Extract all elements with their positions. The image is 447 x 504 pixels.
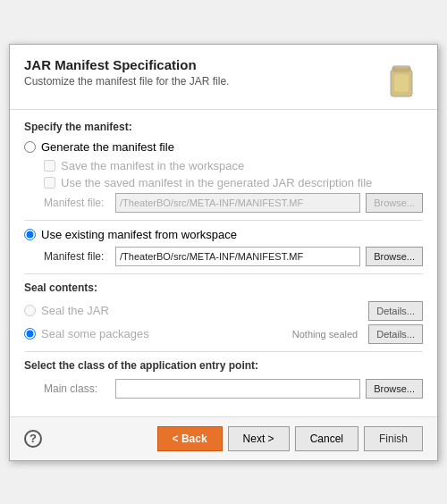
jar-manifest-dialog: JAR Manifest Specification Customize the… bbox=[9, 44, 438, 461]
use-existing-radio[interactable] bbox=[24, 229, 36, 240]
main-class-browse-button[interactable]: Browse... bbox=[366, 379, 423, 399]
save-manifest-label: Save the manifest in the workspace bbox=[61, 159, 244, 172]
dialog-subtitle: Customize the manifest file for the JAR … bbox=[24, 75, 229, 88]
use-saved-row: Use the saved manifest in the generated … bbox=[44, 176, 423, 189]
dialog-title: JAR Manifest Specification bbox=[24, 57, 229, 72]
jar-icon bbox=[380, 57, 423, 100]
save-manifest-row: Save the manifest in the workspace bbox=[44, 159, 423, 172]
main-class-row: Main class: Browse... bbox=[44, 379, 423, 399]
dialog-header: JAR Manifest Specification Customize the… bbox=[10, 45, 437, 110]
main-class-label: Main class: bbox=[44, 382, 115, 395]
generate-option-row[interactable]: Generate the manifest file bbox=[24, 140, 423, 154]
next-button[interactable]: Next > bbox=[228, 426, 290, 451]
seal-jar-label: Seal the JAR bbox=[41, 304, 109, 317]
dialog-footer: ? < Back Next > Cancel Finish bbox=[10, 416, 437, 460]
seal-jar-row: Seal the JAR Details... bbox=[24, 301, 423, 321]
footer-buttons: < Back Next > Cancel Finish bbox=[157, 426, 423, 451]
seal-section: Seal contents: Seal the JAR Details... S… bbox=[24, 281, 423, 344]
manifest-file-disabled-label: Manifest file: bbox=[44, 197, 115, 209]
manifest-file-active-label: Manifest file: bbox=[44, 250, 115, 263]
manifest-browse-disabled-button[interactable]: Browse... bbox=[366, 193, 423, 213]
generate-radio[interactable] bbox=[24, 141, 36, 153]
seal-jar-left[interactable]: Seal the JAR bbox=[24, 304, 109, 317]
generate-label: Generate the manifest file bbox=[41, 140, 174, 154]
seal-packages-radio[interactable] bbox=[24, 328, 36, 340]
seal-packages-row: Seal some packages Nothing sealed Detail… bbox=[24, 324, 423, 344]
seal-packages-left[interactable]: Seal some packages bbox=[24, 327, 149, 340]
back-button[interactable]: < Back bbox=[157, 426, 223, 451]
svg-rect-3 bbox=[392, 65, 410, 68]
seal-packages-details-button[interactable]: Details... bbox=[368, 324, 423, 344]
nothing-sealed-text: Nothing sealed bbox=[292, 329, 358, 340]
seal-jar-radio[interactable] bbox=[24, 305, 36, 316]
save-manifest-checkbox[interactable] bbox=[44, 160, 55, 172]
use-saved-checkbox[interactable] bbox=[44, 177, 55, 189]
finish-button[interactable]: Finish bbox=[364, 426, 423, 451]
use-saved-label: Use the saved manifest in the generated … bbox=[61, 176, 372, 189]
specify-label: Specify the manifest: bbox=[24, 121, 423, 133]
main-class-input[interactable] bbox=[115, 379, 360, 399]
seal-packages-label: Seal some packages bbox=[41, 327, 149, 340]
use-existing-label: Use existing manifest from workspace bbox=[41, 228, 237, 241]
entry-label: Select the class of the application entr… bbox=[24, 359, 423, 372]
use-existing-option-row[interactable]: Use existing manifest from workspace bbox=[24, 228, 423, 241]
manifest-file-active-input[interactable] bbox=[115, 247, 360, 266]
manifest-file-active-row: Manifest file: Browse... bbox=[44, 247, 423, 266]
manifest-browse-active-button[interactable]: Browse... bbox=[366, 247, 423, 266]
dialog-body: Specify the manifest: Generate the manif… bbox=[10, 110, 437, 416]
help-button[interactable]: ? bbox=[24, 430, 42, 448]
entry-section: Select the class of the application entr… bbox=[24, 359, 423, 399]
seal-label: Seal contents: bbox=[24, 281, 423, 294]
seal-jar-details-button[interactable]: Details... bbox=[368, 301, 423, 321]
manifest-file-disabled-row: Manifest file: Browse... bbox=[44, 193, 423, 213]
cancel-button[interactable]: Cancel bbox=[295, 426, 358, 451]
manifest-file-disabled-input[interactable] bbox=[115, 193, 360, 213]
